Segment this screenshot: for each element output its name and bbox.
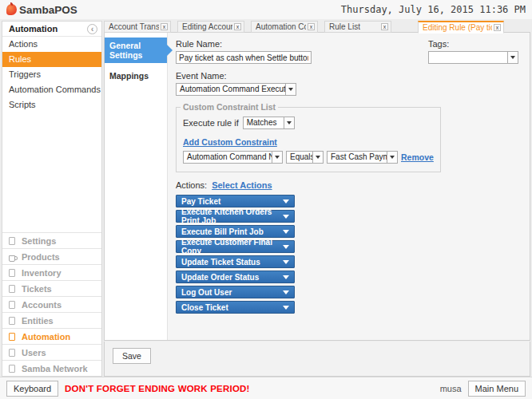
rule-name-input[interactable] [176, 51, 312, 64]
keyboard-button[interactable]: Keyboard [6, 381, 58, 397]
tab-automation-command[interactable]: Automation Comman x [251, 21, 318, 33]
rule-editor-panel: General Settings Mappings Rule Name: Tag… [104, 32, 530, 341]
module-entities[interactable]: Entities [2, 312, 101, 328]
action-expander-bill-print[interactable]: Execute Bill Print Job [176, 225, 295, 238]
tab-account-transaction[interactable]: Account Transaction D x [104, 21, 171, 33]
sidebar-item-actions[interactable]: Actions [2, 37, 101, 52]
action-label: Execute Kitchen Orders Print Job [181, 207, 283, 225]
tab-close-icon[interactable]: x [494, 24, 501, 31]
clock-datetime: Thursday, July 16, 2015 11:36 PM [341, 4, 526, 15]
entities-icon [9, 317, 15, 325]
sidebar: Automation ‹ Actions Rules Triggers Auto… [2, 21, 102, 377]
actions-label: Actions: [176, 180, 207, 190]
tab-label: Editing Rule (Pay ticke [423, 23, 492, 32]
action-expander-log-out-user[interactable]: Log Out User [176, 286, 295, 298]
constraint-operator-combo[interactable]: Equals [286, 151, 313, 164]
module-label: Products [22, 252, 60, 262]
tab-close-icon[interactable]: x [161, 23, 168, 30]
save-button[interactable]: Save [113, 348, 151, 364]
action-label: Update Order Status [181, 273, 259, 282]
chevron-down-icon [283, 306, 289, 310]
tab-close-icon[interactable]: x [381, 23, 388, 30]
tab-editing-account-trans[interactable]: Editing Account Trans x [177, 21, 244, 33]
constraint-field-dropdown-icon[interactable] [272, 151, 283, 164]
save-row: Save [104, 342, 530, 377]
module-users[interactable]: Users [2, 344, 101, 360]
constraint-value-combo[interactable]: Fast Cash Payment [327, 151, 387, 164]
constraint-field-combo[interactable]: Automation Command Name [183, 151, 272, 164]
sidebar-item-rules[interactable]: Rules [2, 52, 101, 67]
chevron-down-icon [283, 230, 289, 234]
network-icon [9, 365, 15, 373]
action-expander-update-ticket-status[interactable]: Update Ticket Status [176, 255, 295, 268]
tab-close-icon[interactable]: x [234, 23, 241, 30]
event-name-dropdown-icon[interactable] [286, 83, 296, 96]
action-expander-update-order-status[interactable]: Update Order Status [176, 271, 295, 283]
event-name-label: Event Name: [176, 71, 522, 81]
module-label: Accounts [22, 300, 62, 310]
sidebar-item-automation-commands[interactable]: Automation Commands [2, 82, 101, 97]
module-automation[interactable]: Automation [2, 328, 101, 344]
action-expander-customer-final-copy[interactable]: Execute Customer Final Copy [176, 240, 295, 253]
tab-label: Editing Account Trans [182, 22, 232, 31]
tab-general-settings[interactable]: General Settings [105, 38, 167, 63]
action-label: Log Out User [181, 288, 232, 297]
custom-constraint-group: Custom Constraint List Execute rule if M… [176, 102, 441, 172]
module-label: Automation [22, 332, 70, 342]
action-expander-kitchen-orders-print[interactable]: Execute Kitchen Orders Print Job [176, 210, 295, 223]
sidebar-item-triggers[interactable]: Triggers [2, 67, 101, 82]
accounts-icon [9, 301, 15, 309]
action-expander-close-ticket[interactable]: Close Ticket [176, 301, 295, 314]
automation-icon [9, 333, 15, 341]
work-period-warning: DON'T FORGET ENDING WORK PERIOD! [65, 384, 249, 393]
tags-combo[interactable] [428, 51, 508, 64]
action-label: Execute Bill Print Job [181, 227, 264, 236]
event-name-combo[interactable]: Automation Command Executed [176, 83, 286, 96]
action-expander-pay-ticket[interactable]: Pay Ticket [176, 195, 295, 207]
inventory-icon [9, 269, 15, 277]
sidebar-header: Automation ‹ [2, 22, 101, 37]
rule-name-label: Rule Name: [176, 39, 312, 49]
tab-label: Account Transaction D [109, 22, 159, 31]
chevron-down-icon [283, 245, 289, 249]
action-label: Update Ticket Status [181, 258, 260, 267]
chevron-down-icon [283, 200, 289, 203]
module-samba-network[interactable]: Samba Network [2, 360, 101, 376]
main-area: Account Transaction D x Editing Account … [104, 19, 530, 377]
main-menu-button[interactable]: Main Menu [468, 381, 526, 397]
chevron-down-icon [283, 275, 289, 279]
module-tickets[interactable]: Tickets [2, 280, 101, 296]
add-custom-constraint-link[interactable]: Add Custom Constraint [183, 137, 277, 147]
chevron-down-icon [283, 290, 289, 294]
tags-dropdown-icon[interactable] [508, 51, 518, 64]
sidebar-title: Automation [9, 24, 58, 34]
match-type-dropdown-icon[interactable] [284, 117, 295, 129]
back-icon[interactable]: ‹ [87, 24, 97, 34]
tickets-icon [9, 285, 15, 293]
tab-rule-list[interactable]: Rule List x [324, 21, 391, 33]
tab-label: Rule List [329, 22, 360, 31]
module-list: Settings Products Inventory Tickets Acco… [2, 232, 101, 376]
app-header: SambaPOS Thursday, July 16, 2015 11:36 P… [0, 0, 532, 19]
remove-constraint-link[interactable]: Remove [401, 152, 434, 162]
tab-close-icon[interactable]: x [308, 23, 315, 30]
tab-mappings[interactable]: Mappings [105, 68, 167, 84]
tab-editing-rule[interactable]: Editing Rule (Pay ticke x [418, 21, 504, 34]
match-type-combo[interactable]: Matches [243, 117, 284, 129]
constraint-group-title: Custom Constraint List [181, 102, 278, 112]
action-list: Pay Ticket Execute Kitchen Orders Print … [176, 195, 522, 314]
tab-label: Automation Comman [256, 22, 306, 31]
status-bar: Keyboard DON'T FORGET ENDING WORK PERIOD… [0, 377, 532, 399]
select-actions-link[interactable]: Select Actions [212, 180, 272, 190]
sidebar-item-scripts[interactable]: Scripts [2, 97, 101, 113]
constraint-value-dropdown-icon[interactable] [387, 151, 398, 164]
module-inventory[interactable]: Inventory [2, 264, 101, 280]
constraint-operator-dropdown-icon[interactable] [313, 151, 324, 164]
module-products[interactable]: Products [2, 248, 101, 264]
module-accounts[interactable]: Accounts [2, 296, 101, 312]
tags-label: Tags: [428, 39, 518, 49]
module-label: Settings [22, 236, 56, 246]
settings-icon [9, 237, 15, 245]
action-label: Close Ticket [181, 303, 228, 312]
module-settings[interactable]: Settings [2, 232, 101, 248]
